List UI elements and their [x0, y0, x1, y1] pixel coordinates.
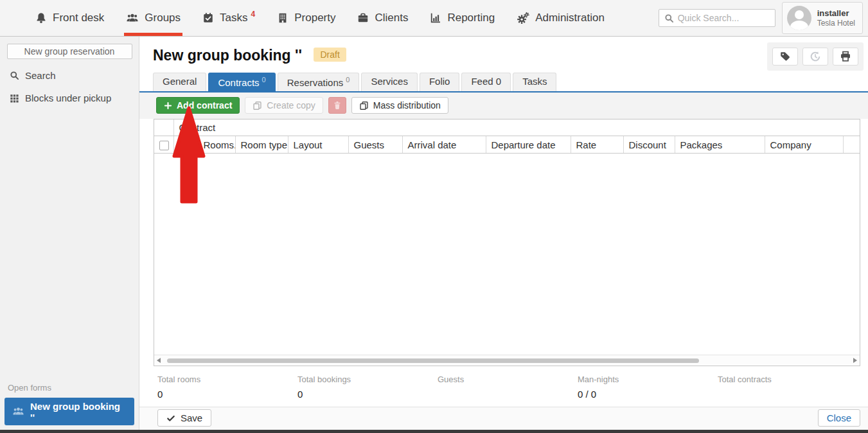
create-copy-button[interactable]: Create copy: [245, 97, 323, 114]
column-header-guests[interactable]: Guests: [348, 136, 402, 154]
column-header-rate[interactable]: Rate: [571, 136, 623, 154]
user-panel[interactable]: installer Tesla Hotel: [782, 2, 863, 34]
scroll-right-icon[interactable]: [853, 358, 857, 363]
column-header-packages[interactable]: Packages: [675, 136, 765, 154]
tab-reservations[interactable]: Reservations0: [278, 73, 360, 91]
totals-bar: Total rooms 0 Total bookings 0 Guests Ma…: [139, 366, 868, 407]
sidebar-item-label: Blocks under pickup: [25, 93, 111, 103]
group-icon: [12, 406, 24, 417]
column-header-room-type[interactable]: Room type: [235, 136, 288, 154]
history-button[interactable]: [802, 48, 828, 66]
sidebar-item-blocks-under-pickup[interactable]: Blocks under pickup: [0, 87, 139, 109]
building-icon: [277, 12, 288, 24]
scroll-left-icon[interactable]: [157, 358, 161, 363]
total-contracts: Total contracts: [718, 375, 858, 407]
nav-reporting[interactable]: Reporting: [419, 0, 506, 36]
nav-label: Administration: [535, 12, 605, 24]
column-header-extra: [843, 136, 860, 154]
column-header-rooms[interactable]: Rooms...: [198, 136, 235, 154]
sidebar: New group reservation Search Blocks unde…: [0, 37, 139, 430]
column-header-arrival-date[interactable]: Arrival date: [402, 136, 486, 154]
column-header-index: [173, 136, 198, 154]
scrollbar-thumb[interactable]: [167, 358, 699, 363]
avatar: [787, 6, 811, 30]
horizontal-scrollbar[interactable]: [154, 355, 860, 366]
quick-search: [659, 9, 775, 27]
task-calendar-icon: [202, 12, 214, 24]
window-bottom-edge: [0, 430, 868, 433]
trash-icon: [333, 101, 342, 110]
copy-icon: [252, 101, 262, 110]
mass-distribution-button[interactable]: Mass distribution: [351, 97, 448, 114]
sidebar-item-label: Search: [25, 70, 56, 81]
status-badge: Draft: [314, 48, 346, 62]
column-header-company[interactable]: Company: [765, 136, 843, 154]
open-form-label: New group booking '': [30, 401, 127, 423]
plus-icon: [164, 102, 172, 110]
total-rooms: Total rooms 0: [157, 375, 297, 407]
nav-administration[interactable]: Administration: [506, 0, 616, 36]
sidebar-item-search[interactable]: Search: [0, 64, 139, 87]
user-name: installer: [817, 8, 855, 19]
nav-front-desk[interactable]: Front desk: [24, 0, 115, 36]
tags-button[interactable]: [772, 48, 798, 66]
nav-label: Groups: [145, 12, 181, 24]
group-header-spacer: [154, 119, 173, 136]
nav-clients[interactable]: Clients: [346, 0, 419, 36]
search-icon: [664, 13, 674, 23]
tab-tasks[interactable]: Tasks: [513, 73, 556, 91]
bell-icon: [35, 12, 47, 24]
total-man-nights: Man-nights 0 / 0: [578, 375, 718, 407]
nav-tasks[interactable]: Tasks4: [191, 0, 266, 36]
bar-chart-icon: [430, 12, 441, 24]
select-all-cell: [154, 136, 173, 154]
briefcase-icon: [357, 12, 369, 24]
group-icon: [126, 12, 139, 24]
tag-icon: [779, 51, 791, 62]
check-icon: [166, 414, 175, 423]
open-forms-label: Open forms: [0, 383, 139, 398]
main-content: New group booking '' Draft: [139, 37, 868, 430]
topbar: Front desk Groups Tasks4 Property Client: [0, 0, 868, 37]
history-icon: [810, 51, 821, 62]
select-all-checkbox[interactable]: [159, 141, 169, 150]
open-form-new-group-booking[interactable]: New group booking '': [4, 398, 134, 425]
printer-icon: [840, 51, 851, 62]
tasks-count-badge: 4: [251, 10, 256, 19]
column-header-layout[interactable]: Layout: [288, 136, 348, 154]
close-button[interactable]: Close: [818, 409, 860, 427]
tab-contracts[interactable]: Contracts0: [208, 73, 275, 91]
table-group-header: Contract: [173, 119, 860, 136]
nav-label: Property: [294, 12, 335, 24]
gears-icon: [517, 12, 529, 24]
total-guests: Guests: [438, 375, 578, 407]
nav-property[interactable]: Property: [266, 0, 346, 36]
delete-contract-button[interactable]: [328, 97, 346, 114]
grid-icon: [10, 93, 19, 103]
new-group-reservation-button[interactable]: New group reservation: [7, 44, 132, 59]
nav-label: Tasks: [220, 12, 247, 24]
print-button[interactable]: [833, 48, 858, 66]
nav-label: Reporting: [447, 12, 495, 24]
contracts-table: Contract Rooms... Room type Layout Guest…: [154, 119, 860, 366]
copy-icon: [359, 101, 369, 110]
tab-general[interactable]: General: [153, 73, 206, 91]
tab-feed[interactable]: Feed 0: [461, 73, 511, 91]
nav-label: Clients: [375, 12, 408, 24]
magnifier-icon: [10, 71, 19, 80]
open-forms-section: Open forms New group booking '': [0, 383, 139, 430]
column-header-discount[interactable]: Discount: [623, 136, 675, 154]
column-header-departure-date[interactable]: Departure date: [486, 136, 571, 154]
tab-folio[interactable]: Folio: [420, 73, 460, 91]
nav-groups[interactable]: Groups: [115, 0, 191, 36]
save-button[interactable]: Save: [157, 409, 211, 427]
header-actions: [767, 42, 864, 71]
form-footer: Save Close: [139, 407, 868, 430]
quick-search-input[interactable]: [678, 13, 770, 23]
nav-label: Front desk: [53, 12, 104, 24]
add-contract-button[interactable]: Add contract: [156, 97, 240, 114]
tab-bar: General Contracts0 Reservations0 Service…: [139, 73, 868, 93]
main-nav: Front desk Groups Tasks4 Property Client: [0, 0, 616, 36]
contracts-toolbar: Add contract Create copy Mass distributi…: [139, 93, 868, 119]
tab-services[interactable]: Services: [361, 73, 418, 91]
